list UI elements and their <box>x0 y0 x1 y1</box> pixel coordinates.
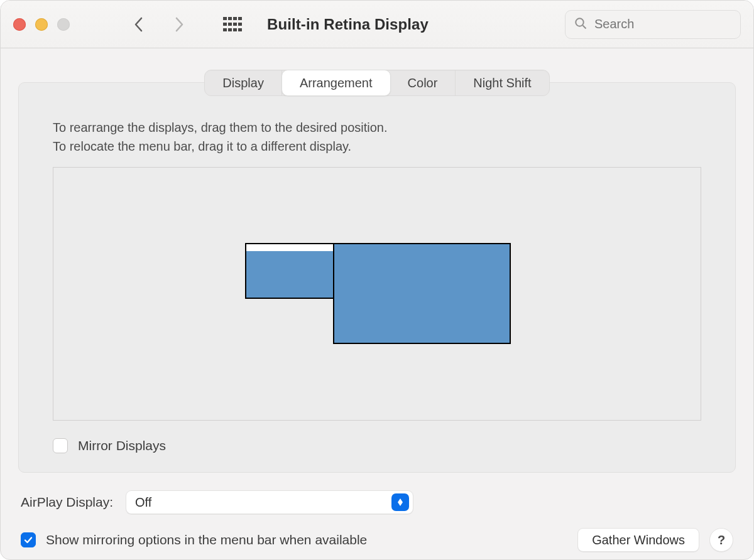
nav-buttons <box>133 16 185 33</box>
svg-rect-2 <box>233 17 237 20</box>
show-all-prefs-button[interactable] <box>223 17 242 32</box>
show-mirroring-checkbox[interactable] <box>21 532 36 547</box>
window-title: Built-in Retina Display <box>267 16 429 33</box>
instruction-line-2: To relocate the menu bar, drag it to a d… <box>53 137 701 156</box>
popup-indicator-icon <box>391 493 409 511</box>
svg-rect-10 <box>233 28 237 31</box>
close-window-button[interactable] <box>13 18 26 31</box>
search-input[interactable] <box>593 16 731 32</box>
tab-arrangement[interactable]: Arrangement <box>281 70 391 96</box>
svg-rect-9 <box>228 28 232 31</box>
airplay-popup[interactable]: Off <box>126 490 413 514</box>
display-primary[interactable] <box>245 250 334 299</box>
instruction-line-1: To rearrange the displays, drag them to … <box>53 118 701 137</box>
tab-display[interactable]: Display <box>205 70 282 95</box>
svg-line-13 <box>583 25 586 28</box>
zoom-window-button[interactable] <box>57 18 70 31</box>
svg-rect-3 <box>238 17 242 20</box>
svg-rect-0 <box>223 17 227 20</box>
svg-rect-5 <box>228 23 232 26</box>
back-button[interactable] <box>133 16 145 33</box>
menu-bar-handle[interactable] <box>245 243 334 251</box>
tab-color[interactable]: Color <box>390 70 456 95</box>
tabs: Display Arrangement Color Night Shift <box>204 70 549 96</box>
gather-windows-button[interactable]: Gather Windows <box>577 528 699 552</box>
svg-rect-11 <box>238 28 242 31</box>
svg-rect-6 <box>233 23 237 26</box>
svg-rect-4 <box>223 23 227 26</box>
minimize-window-button[interactable] <box>35 18 48 31</box>
display-arrangement-canvas[interactable] <box>53 167 701 421</box>
svg-marker-15 <box>398 502 403 506</box>
show-mirroring-label: Show mirroring options in the menu bar w… <box>46 532 367 547</box>
airplay-value: Off <box>135 495 391 510</box>
tab-night-shift[interactable]: Night Shift <box>456 70 549 95</box>
svg-point-12 <box>576 18 583 26</box>
titlebar: Built-in Retina Display <box>1 1 753 48</box>
instructions: To rearrange the displays, drag them to … <box>53 118 701 156</box>
svg-rect-8 <box>223 28 227 31</box>
system-preferences-window: Built-in Retina Display Display Arrangem… <box>0 0 754 560</box>
svg-rect-1 <box>228 17 232 20</box>
arrangement-panel: To rearrange the displays, drag them to … <box>18 82 736 473</box>
display-secondary[interactable] <box>333 243 511 344</box>
forward-button[interactable] <box>173 16 185 33</box>
window-controls <box>13 18 70 31</box>
svg-rect-7 <box>238 23 242 26</box>
airplay-label: AirPlay Display: <box>21 495 113 510</box>
search-icon <box>574 17 587 32</box>
mirror-displays-label: Mirror Displays <box>78 438 166 453</box>
search-field[interactable] <box>565 10 741 39</box>
mirror-displays-checkbox[interactable] <box>53 438 68 453</box>
help-button[interactable]: ? <box>709 528 733 552</box>
